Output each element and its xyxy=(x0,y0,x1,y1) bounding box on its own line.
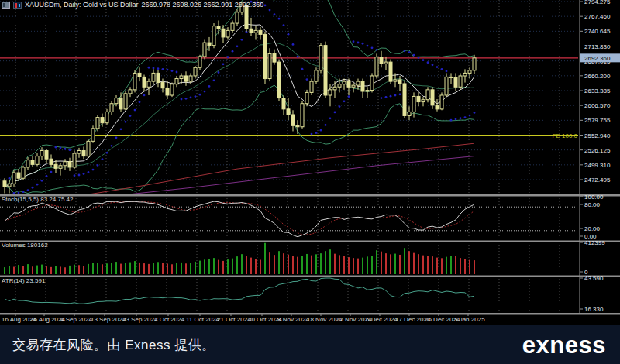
candle xyxy=(147,81,150,87)
svg-text:2606.570: 2606.570 xyxy=(584,102,611,109)
candle xyxy=(82,150,85,156)
candle xyxy=(194,67,197,76)
candle xyxy=(184,76,188,81)
svg-text:2740.645: 2740.645 xyxy=(584,28,611,35)
candle xyxy=(40,150,43,156)
chart-icon[interactable] xyxy=(13,2,22,9)
candle xyxy=(394,80,397,81)
svg-text:43.590: 43.590 xyxy=(584,275,604,282)
candle xyxy=(152,73,155,81)
candle xyxy=(398,80,401,84)
candle xyxy=(264,34,267,78)
candle xyxy=(231,23,234,30)
candle xyxy=(68,162,71,167)
candle xyxy=(59,166,62,169)
candle xyxy=(445,77,448,95)
candle xyxy=(3,181,6,187)
candle xyxy=(361,81,364,91)
candle xyxy=(180,76,183,79)
svg-text:2 Oct 2024: 2 Oct 2024 xyxy=(154,316,185,323)
svg-text:5 Jan 2025: 5 Jan 2025 xyxy=(454,316,485,323)
volumes-panel xyxy=(4,243,475,274)
candle xyxy=(166,88,169,95)
candle xyxy=(101,118,104,123)
candle xyxy=(124,94,127,109)
panel-separator[interactable] xyxy=(0,241,620,243)
candle xyxy=(245,5,248,29)
candle xyxy=(250,29,253,33)
candle xyxy=(333,87,336,90)
candle xyxy=(73,153,76,167)
candle xyxy=(222,29,225,37)
symbol-title: XAUUSDm, Daily: Gold vs US Dollar xyxy=(25,1,139,9)
candle xyxy=(212,26,215,46)
stochastic-label: Stoch(15,5,5) 83.24 75.42 xyxy=(2,196,74,203)
candle xyxy=(305,92,308,103)
exness-logo[interactable]: exness xyxy=(522,333,606,357)
svg-text:16.330: 16.330 xyxy=(584,306,604,313)
candle xyxy=(217,26,220,29)
candle xyxy=(347,81,350,87)
candle xyxy=(45,150,48,159)
panel-separator[interactable] xyxy=(0,194,620,197)
candle xyxy=(459,76,462,87)
panel-separator[interactable] xyxy=(0,276,620,278)
candle xyxy=(454,77,457,87)
candle xyxy=(338,84,341,88)
candle xyxy=(370,76,374,91)
candle xyxy=(198,57,202,67)
candle xyxy=(268,53,271,78)
svg-text:6 Dec 2024: 6 Dec 2024 xyxy=(366,316,398,323)
candle xyxy=(408,112,411,115)
window-icon[interactable] xyxy=(2,2,10,9)
candle xyxy=(203,43,206,57)
candle xyxy=(450,77,453,77)
candle xyxy=(468,70,471,74)
candle xyxy=(138,73,141,77)
candle xyxy=(422,100,425,102)
candle xyxy=(119,98,122,109)
candle xyxy=(329,90,332,95)
candle xyxy=(366,91,369,91)
svg-text:4 Sep 2024: 4 Sep 2024 xyxy=(60,316,92,323)
candle xyxy=(315,70,318,81)
chart-area[interactable]: 2794.2752767.4602740.6452713.8302687.015… xyxy=(0,0,620,325)
candle xyxy=(31,160,34,165)
stochastic-panel xyxy=(0,201,578,237)
svg-text:11 Oct 2024: 11 Oct 2024 xyxy=(186,316,220,323)
svg-text:8 Nov 2024: 8 Nov 2024 xyxy=(277,316,309,323)
price-chart-canvas[interactable]: 2794.2752767.4602740.6452713.8302687.015… xyxy=(0,0,620,325)
candle xyxy=(301,104,304,127)
svg-text:20.00: 20.00 xyxy=(584,225,601,232)
svg-text:13 Sep 2024: 13 Sep 2024 xyxy=(91,316,126,323)
candle xyxy=(189,76,192,81)
candle xyxy=(133,73,136,89)
candle xyxy=(64,162,67,166)
svg-text:2660.200: 2660.200 xyxy=(584,73,611,80)
candle xyxy=(236,12,239,23)
candle xyxy=(17,173,20,178)
candle xyxy=(403,84,406,115)
svg-text:2472.495: 2472.495 xyxy=(584,177,611,184)
atr-line xyxy=(5,278,474,304)
ma-red xyxy=(51,143,474,201)
candle xyxy=(161,83,164,88)
svg-text:2767.460: 2767.460 xyxy=(584,13,611,20)
candle xyxy=(343,81,346,84)
chart-titlebar: XAUUSDm, Daily: Gold vs US Dollar 2669.9… xyxy=(2,1,264,9)
main-chart-layer xyxy=(0,0,578,201)
candle xyxy=(110,104,113,112)
atr-panel xyxy=(5,278,474,304)
candle xyxy=(440,95,443,109)
candle xyxy=(170,84,174,95)
panel-separator[interactable] xyxy=(0,313,620,315)
candle xyxy=(143,77,146,87)
svg-text:2579.755: 2579.755 xyxy=(584,117,611,124)
candle xyxy=(175,79,178,84)
candle xyxy=(105,112,108,122)
svg-text:FE 100.0: FE 100.0 xyxy=(553,132,578,139)
candle xyxy=(319,46,322,70)
svg-text:2552.940: 2552.940 xyxy=(584,132,611,139)
svg-text:2499.310: 2499.310 xyxy=(584,162,611,169)
candle xyxy=(8,184,11,187)
